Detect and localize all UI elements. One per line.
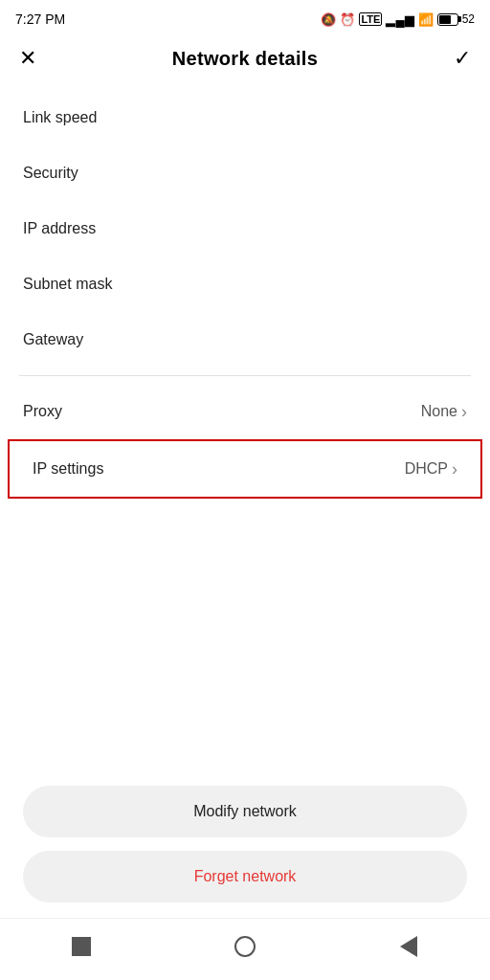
confirm-button[interactable]: ✓ [454, 46, 471, 71]
ip-settings-chevron-icon: › [452, 460, 457, 478]
ip-settings-value: DHCP [405, 460, 448, 478]
buttons-area: Modify network Forget network [0, 770, 490, 918]
status-icons: 🔕 ⏰ LTE ▂▄▆ 📶 52 [321, 12, 475, 27]
forget-network-button[interactable]: Forget network [23, 851, 467, 902]
security-label: Security [23, 165, 467, 182]
subnet-mask-row: Subnet mask [0, 256, 490, 312]
home-icon [234, 936, 256, 957]
divider [19, 375, 471, 376]
proxy-chevron-icon: › [461, 403, 467, 420]
proxy-value-area: None › [421, 403, 467, 420]
mute-icon: 🔕 [321, 12, 336, 27]
proxy-value: None [421, 403, 457, 420]
lte-icon: LTE [359, 12, 382, 26]
subnet-mask-label: Subnet mask [23, 276, 467, 293]
proxy-row[interactable]: Proxy None › [0, 384, 490, 439]
modify-network-button[interactable]: Modify network [23, 786, 467, 837]
recent-apps-button[interactable] [62, 932, 100, 961]
status-time: 7:27 PM [15, 11, 65, 27]
link-speed-label: Link speed [23, 109, 467, 126]
recent-apps-icon [72, 937, 91, 956]
back-button[interactable] [390, 932, 428, 961]
page-title: Network details [172, 48, 318, 70]
content-area: Link speed Security IP address Subnet ma… [0, 82, 490, 770]
bottom-nav [0, 918, 490, 980]
back-icon [400, 936, 417, 957]
security-row: Security [0, 145, 490, 201]
link-speed-row: Link speed [0, 90, 490, 145]
gateway-row: Gateway [0, 312, 490, 368]
close-button[interactable]: ✕ [19, 48, 36, 69]
ip-address-label: IP address [23, 220, 467, 237]
proxy-label: Proxy [23, 403, 62, 420]
ip-settings-value-area: DHCP › [405, 460, 457, 478]
ip-settings-row[interactable]: IP settings DHCP › [8, 439, 482, 499]
battery-level: 52 [462, 12, 475, 26]
wifi-icon: 📶 [418, 12, 434, 27]
gateway-label: Gateway [23, 331, 467, 348]
ip-address-row: IP address [0, 201, 490, 256]
alarm-icon: ⏰ [340, 12, 355, 27]
header: ✕ Network details ✓ [0, 34, 490, 82]
battery-icon [437, 13, 458, 26]
home-button[interactable] [226, 932, 264, 961]
ip-settings-label: IP settings [33, 460, 103, 478]
status-bar: 7:27 PM 🔕 ⏰ LTE ▂▄▆ 📶 52 [0, 0, 490, 34]
signal-icon: ▂▄▆ [386, 12, 413, 27]
